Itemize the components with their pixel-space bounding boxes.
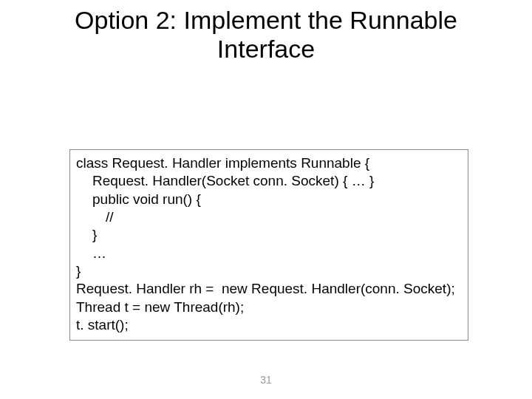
- code-line: public void run() {: [76, 191, 462, 208]
- slide: Option 2: Implement the Runnable Interfa…: [0, 0, 532, 399]
- code-line: class Request. Handler implements Runnab…: [76, 154, 462, 172]
- page-number: 31: [0, 374, 532, 386]
- code-line: Thread t = new Thread(rh);: [76, 299, 462, 316]
- code-line: Request. Handler(Socket conn. Socket) { …: [76, 172, 462, 190]
- code-block: class Request. Handler implements Runnab…: [69, 149, 468, 341]
- code-line: Request. Handler rh = new Request. Handl…: [76, 280, 462, 298]
- code-line: }: [76, 226, 462, 244]
- slide-title: Option 2: Implement the Runnable Interfa…: [30, 6, 502, 64]
- code-line: …: [76, 245, 462, 262]
- code-line: t. start();: [76, 316, 462, 334]
- code-line: //: [76, 208, 462, 226]
- code-line: }: [76, 262, 462, 280]
